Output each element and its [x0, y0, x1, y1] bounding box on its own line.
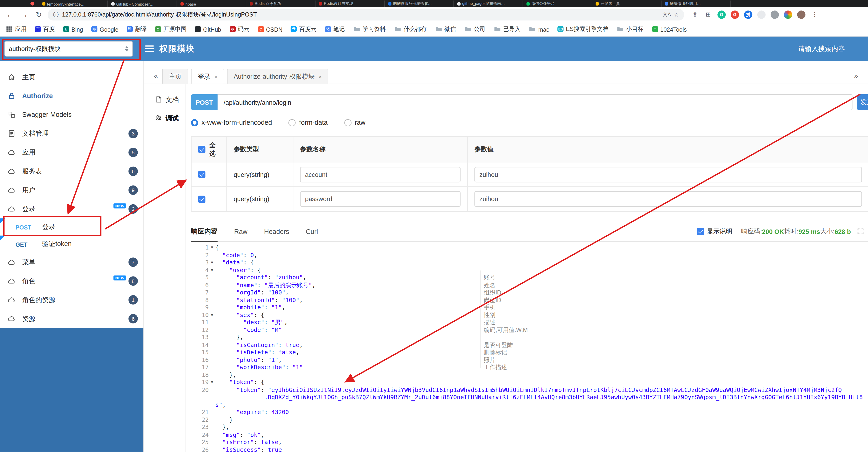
response-tab-Curl[interactable]: Curl [306, 221, 318, 242]
tabs-collapse-icon[interactable]: « [154, 72, 158, 80]
google-account-icon[interactable]: G [731, 10, 739, 19]
sidebar-item-服务表[interactable]: 服务表6 [0, 162, 144, 180]
fold-toggle-icon[interactable]: ▾ [209, 266, 216, 274]
response-tab-响应内容[interactable]: 响应内容 [191, 221, 218, 242]
bookmark-item[interactable]: C开源中国 [155, 25, 186, 33]
fold-toggle-icon[interactable] [209, 296, 216, 304]
bookmark-item[interactable]: 微信 [435, 25, 456, 33]
fold-toggle-icon[interactable] [209, 326, 216, 334]
grammarly-icon[interactable]: G [717, 10, 726, 19]
fold-toggle-icon[interactable] [209, 408, 216, 416]
fold-toggle-icon[interactable] [209, 274, 216, 281]
workspace-tab[interactable]: 登录× [191, 69, 224, 84]
sidebar-item-应用[interactable]: 应用5 [0, 143, 144, 162]
fold-toggle-icon[interactable] [209, 356, 216, 364]
fold-toggle-icon[interactable]: ▾ [209, 378, 216, 386]
fold-toggle-icon[interactable] [209, 319, 216, 326]
bookmark-item[interactable]: 应用 [6, 25, 27, 33]
bookmark-item[interactable]: 小目标 [617, 25, 644, 33]
radio-icon[interactable] [344, 119, 351, 126]
workspace-tab[interactable]: 主页 [162, 69, 188, 84]
bookmark-item[interactable]: G码云 [229, 25, 249, 33]
bookmark-item[interactable]: T1024Tools [652, 26, 687, 33]
sidebar-item-资源[interactable]: 资源6 [0, 309, 144, 328]
param-checkbox[interactable] [198, 171, 206, 178]
sidebar-item-Authorize[interactable]: Authorize [0, 86, 144, 105]
sidebar-api-get-验证token[interactable]: GET验证token [0, 235, 144, 253]
browser-tab[interactable]: 微信公众平台 [523, 0, 592, 7]
radio-icon[interactable] [289, 119, 296, 126]
response-tab-Headers[interactable]: Headers [264, 221, 289, 242]
shield-icon[interactable] [771, 10, 779, 19]
sidebar-item-用户[interactable]: 用户9 [0, 180, 144, 199]
content-type-radio[interactable]: form-data [289, 119, 328, 126]
sidebar-item-角色的资源[interactable]: 角色的资源1 [0, 290, 144, 309]
forward-icon[interactable]: → [19, 10, 30, 19]
browser-tab[interactable]: Redis 命令参考 [246, 0, 316, 7]
response-tab-Raw[interactable]: Raw [234, 221, 247, 242]
tab-close-icon[interactable]: × [214, 74, 218, 80]
pinwheel-icon[interactable] [784, 10, 792, 19]
bookmark-item[interactable]: 已导入 [494, 25, 521, 33]
bookmark-item[interactable]: CCSDN [258, 26, 283, 33]
bookmark-item[interactable]: 百百度 [35, 25, 55, 33]
window-close-icon[interactable] [30, 2, 34, 6]
send-button[interactable]: 发送 [857, 94, 868, 110]
back-icon[interactable]: ← [4, 10, 16, 19]
browser-tab[interactable]: 解决微服务调用… [661, 0, 731, 7]
fold-toggle-icon[interactable] [209, 334, 216, 341]
fold-toggle-icon[interactable]: ▾ [209, 259, 216, 266]
fold-toggle-icon[interactable] [209, 251, 216, 259]
tab-调试[interactable]: 调试 [144, 109, 185, 128]
response-editor[interactable]: 1▾{2 "code": 0,3▾ "data": {4▾ "user": {5… [191, 242, 868, 452]
adblock-icon[interactable] [757, 10, 766, 19]
tabs-more-icon[interactable]: » [854, 72, 858, 80]
bookmark-item[interactable]: GitHub [195, 26, 221, 33]
browser-tab[interactable]: 开发者工具 [592, 0, 661, 7]
fold-toggle-icon[interactable] [209, 289, 216, 296]
param-value-input[interactable] [474, 167, 862, 182]
translate-icon[interactable]: 文A [662, 11, 671, 19]
show-description-checkbox[interactable] [697, 228, 704, 235]
workspace-tab[interactable]: Authorize-authority-权限模块× [227, 69, 329, 84]
sidebar-item-Swagger Models[interactable]: Swagger Models [0, 105, 144, 124]
tab-文档[interactable]: 文档 [144, 91, 185, 109]
pinyin-input-icon[interactable]: 拼 [744, 10, 752, 19]
project-select[interactable]: authority-权限模块 [4, 41, 133, 57]
browser-tab[interactable]: hbase [177, 0, 246, 7]
fold-toggle-icon[interactable]: ▾ [209, 244, 216, 251]
bookmark-item[interactable]: bBing [63, 26, 83, 33]
content-type-radio[interactable]: raw [344, 119, 365, 126]
fold-toggle-icon[interactable] [209, 446, 216, 452]
fold-toggle-icon[interactable]: ▾ [209, 311, 216, 319]
param-name-input[interactable] [300, 191, 461, 207]
fold-toggle-icon[interactable] [209, 416, 216, 423]
fold-toggle-icon[interactable] [209, 349, 216, 356]
bookmark-star-icon[interactable]: ☆ [674, 12, 679, 18]
browser-tab[interactable]: Redis设计与实现 [315, 0, 385, 7]
browser-tab[interactable]: github_pages发布指南… [454, 0, 523, 7]
reload-icon[interactable]: ↻ [33, 10, 44, 19]
bookmark-item[interactable]: 什么都有 [394, 25, 427, 33]
bookmark-item[interactable]: mac [529, 26, 549, 33]
omnibox[interactable]: ⓘ 127.0.0.1:8760/api/gate/doc.html#/auth… [48, 9, 684, 21]
menu-toggle-icon[interactable] [145, 46, 154, 52]
browser-menu-icon[interactable]: ⋮ [810, 10, 819, 19]
fold-toggle-icon[interactable] [209, 386, 216, 394]
bookmark-item[interactable]: 记笔记 [325, 25, 345, 33]
fold-toggle-icon[interactable] [209, 439, 216, 446]
profile-avatar[interactable] [797, 10, 805, 19]
sidebar-item-主页[interactable]: 主页 [0, 68, 144, 87]
share-icon[interactable]: ⇪ [691, 10, 699, 19]
request-url-input[interactable]: /api/authority/anno/login [218, 94, 852, 110]
fold-toggle-icon[interactable] [209, 364, 216, 371]
sidebar-item-文档管理[interactable]: 文档管理3 [0, 124, 144, 143]
select-all-checkbox[interactable] [198, 146, 206, 153]
bookmark-item[interactable]: 译翻译 [127, 25, 147, 33]
bookmark-item[interactable]: GGoogle [91, 26, 118, 33]
fold-toggle-icon[interactable] [209, 304, 216, 311]
browser-tab[interactable]: GitHub - Composer… [108, 0, 177, 7]
content-type-radio[interactable]: x-www-form-urlencoded [191, 119, 272, 126]
radio-icon[interactable] [191, 119, 198, 126]
tab-close-icon[interactable]: × [318, 74, 322, 80]
